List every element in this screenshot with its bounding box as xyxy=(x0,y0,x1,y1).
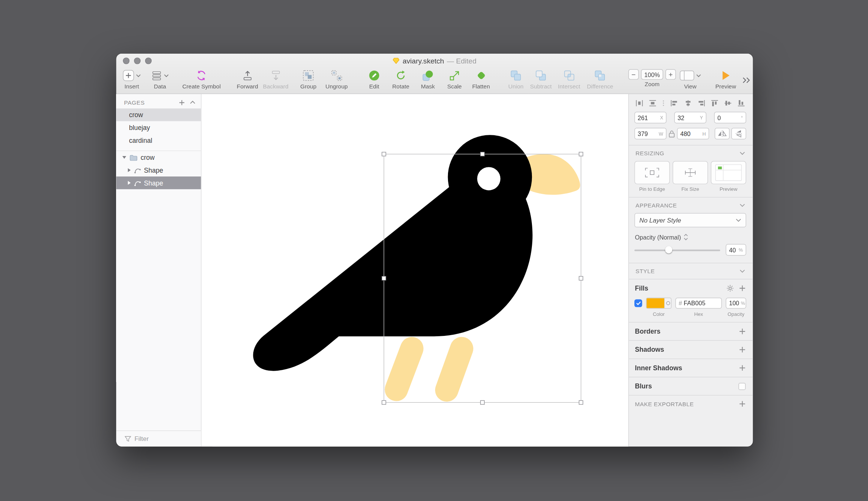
blend-mode-stepper-icon[interactable] xyxy=(684,233,688,241)
selection-handle-bottom-left[interactable] xyxy=(382,400,386,404)
close-window-button[interactable] xyxy=(123,57,130,64)
add-fill-button[interactable] xyxy=(739,285,746,292)
width-field[interactable]: 379 W xyxy=(634,128,666,139)
layer-style-dropdown[interactable]: No Layer Style xyxy=(634,213,746,227)
toolbar-view-button[interactable]: View xyxy=(679,69,701,90)
fill-opacity-input[interactable]: 100 % xyxy=(726,298,746,309)
toolbar-edit-button[interactable]: Edit xyxy=(368,69,380,90)
chevron-down-icon xyxy=(164,74,169,77)
page-item-crow[interactable]: crow xyxy=(116,108,201,121)
appearance-section-header[interactable]: APPEARANCE xyxy=(634,198,746,213)
fix-size-icon xyxy=(683,168,698,178)
fullscreen-window-button[interactable] xyxy=(145,57,152,64)
disclosure-open-icon[interactable] xyxy=(122,155,127,159)
align-left-icon[interactable] xyxy=(671,100,678,107)
toolbar-ungroup-button[interactable]: Ungroup xyxy=(326,69,348,90)
flip-vertical-button[interactable] xyxy=(731,128,746,139)
fill-hex-input[interactable]: # FAB005 xyxy=(675,298,722,309)
collapse-pages-icon[interactable] xyxy=(190,101,195,104)
create-symbol-icon xyxy=(196,70,208,81)
minimize-window-button[interactable] xyxy=(134,57,141,64)
union-icon xyxy=(510,70,522,81)
pin-to-edge-icon xyxy=(645,168,659,178)
layer-filter-input[interactable]: Filter xyxy=(116,430,201,446)
page-item-bluejay[interactable]: bluejay xyxy=(116,121,201,134)
rotation-field[interactable]: 0 ° xyxy=(714,112,746,124)
add-shadow-button[interactable] xyxy=(739,346,746,353)
color-variable-chip[interactable] xyxy=(664,298,671,308)
left-leg-shape[interactable] xyxy=(396,348,412,389)
add-border-button[interactable] xyxy=(739,328,746,335)
distribute-vertically-icon[interactable] xyxy=(649,100,656,107)
selection-handle-bottom-right[interactable] xyxy=(579,400,583,404)
opacity-slider[interactable] xyxy=(634,246,720,254)
fill-color-swatch[interactable] xyxy=(646,298,671,309)
opacity-slider-thumb[interactable] xyxy=(665,246,672,253)
flip-horizontal-button[interactable] xyxy=(715,128,730,139)
move-backward-icon xyxy=(270,70,282,81)
fix-size-option[interactable]: Fix Size xyxy=(673,161,708,192)
opacity-input[interactable]: 40 % xyxy=(726,244,746,256)
crow-eye-shape[interactable] xyxy=(477,167,500,190)
align-top-icon[interactable] xyxy=(711,100,719,107)
pin-to-edge-option[interactable]: Pin to Edge xyxy=(634,161,670,192)
toolbar-flatten-button[interactable]: Flatten xyxy=(472,69,490,90)
y-position-field[interactable]: 32 Y xyxy=(674,112,706,124)
toolbar-preview-button[interactable]: Preview xyxy=(715,69,736,90)
blur-enabled-checkbox[interactable] xyxy=(738,383,746,390)
align-center-horizontal-icon[interactable] xyxy=(684,100,692,107)
resizing-preview-option[interactable]: Preview xyxy=(711,161,746,192)
height-field[interactable]: 480 H xyxy=(677,128,709,139)
fill-settings-gear-icon[interactable] xyxy=(726,285,734,292)
disclosure-closed-icon[interactable] xyxy=(127,168,131,173)
view-panels-icon xyxy=(679,70,694,81)
sketch-window: aviary.sketch — Edited Insert Data Creat… xyxy=(116,54,753,447)
toolbar-forward-button[interactable]: Forward xyxy=(237,69,258,90)
crow-black-shape[interactable] xyxy=(253,135,532,371)
distribute-horizontally-icon[interactable] xyxy=(636,100,643,107)
right-leg-shape[interactable] xyxy=(447,348,462,390)
toolbar-scale-button[interactable]: Scale xyxy=(447,69,462,90)
selection-handle-top-left[interactable] xyxy=(382,152,386,156)
toolbar-rotate-button[interactable]: Rotate xyxy=(392,69,409,90)
zoom-level-value[interactable]: 100% xyxy=(641,69,663,80)
fills-header-row: Fills xyxy=(634,279,746,297)
add-page-button[interactable] xyxy=(179,99,185,105)
align-middle-icon[interactable] xyxy=(724,100,732,107)
page-item-cardinal[interactable]: cardinal xyxy=(116,134,201,147)
fill-enabled-checkbox[interactable] xyxy=(634,299,642,307)
disclosure-closed-icon[interactable] xyxy=(127,180,131,185)
resizing-section-header[interactable]: RESIZING xyxy=(634,145,746,161)
selection-handle-mid-right[interactable] xyxy=(579,276,583,280)
add-export-button[interactable] xyxy=(739,400,746,407)
selection-handle-top-center[interactable] xyxy=(480,152,484,156)
fill-color-well[interactable] xyxy=(646,298,664,308)
inspector-panel: 261 X 32 Y 0 ° 379 W xyxy=(628,94,753,447)
toolbar-group-button[interactable]: Group xyxy=(300,69,316,90)
selection-handle-mid-left[interactable] xyxy=(382,276,386,280)
layer-item-shape-2-selected[interactable]: Shape xyxy=(116,176,201,189)
toolbar-mask-button[interactable]: Mask xyxy=(421,69,435,90)
zoom-out-button[interactable]: − xyxy=(628,69,639,80)
x-position-field[interactable]: 261 X xyxy=(634,112,666,124)
borders-header-row: Borders xyxy=(634,323,746,340)
canvas-area[interactable] xyxy=(202,94,628,447)
zoom-in-button[interactable]: + xyxy=(665,69,676,80)
toolbar-insert-button[interactable]: Insert xyxy=(122,69,141,90)
selection-handle-bottom-center[interactable] xyxy=(480,400,484,404)
align-bottom-icon[interactable] xyxy=(737,100,745,107)
layer-item-shape-1[interactable]: Shape xyxy=(116,164,201,176)
toolbar-create-symbol-button[interactable]: Create Symbol xyxy=(182,69,221,90)
lock-proportions-button[interactable] xyxy=(669,130,675,137)
resizing-options: Pin to Edge Fix Size Preview xyxy=(634,161,746,197)
edit-pencil-icon xyxy=(368,70,380,81)
selection-handle-top-right[interactable] xyxy=(579,152,583,156)
toolbar-data-button[interactable]: Data xyxy=(151,69,169,90)
align-right-icon[interactable] xyxy=(697,100,705,107)
add-inner-shadow-button[interactable] xyxy=(739,365,746,371)
flatten-icon xyxy=(475,70,487,81)
layer-group-crow[interactable]: crow xyxy=(116,151,201,164)
toolbar-overflow-button[interactable] xyxy=(742,74,750,87)
chevron-down-icon xyxy=(739,269,745,273)
style-section-header[interactable]: STYLE xyxy=(634,263,746,279)
